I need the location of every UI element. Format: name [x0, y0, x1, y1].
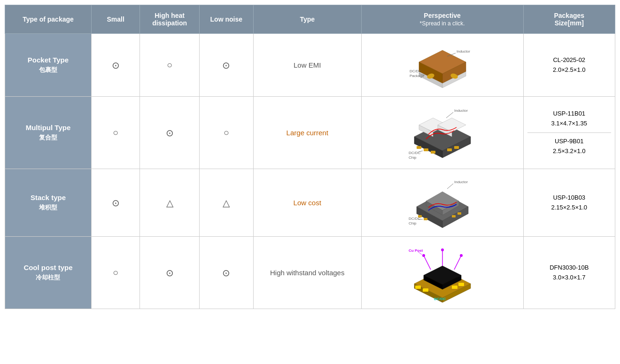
header-small: Small	[91, 5, 140, 34]
heat-icon: △	[166, 198, 173, 208]
svg-point-56	[460, 254, 463, 257]
type-desc-text: Low cost	[294, 199, 321, 207]
package-comparison-table: Type of package Small High heatdissipati…	[5, 5, 615, 309]
type-main-name: Stack type	[9, 194, 87, 201]
svg-rect-37	[424, 218, 427, 220]
package-sizes: CL-2025-022.0×2.5×1.0	[523, 34, 615, 97]
type-sub-name: 堆积型	[9, 203, 87, 212]
small-icon: ⊙	[112, 60, 120, 70]
type-sub-name: 包裹型	[9, 66, 87, 74]
small-symbol: ⊙	[91, 169, 140, 237]
package-sizes: USP-10B032.15×2.5×1.0	[523, 169, 615, 237]
heat-symbol: ⊙	[140, 237, 199, 309]
svg-rect-24	[454, 146, 459, 149]
header-packages-size: PackagesSize[mm]	[523, 5, 615, 34]
svg-text:Inductor: Inductor	[457, 49, 470, 54]
pkg-label: DFN3030-10B3.0×3.0×1.7	[527, 263, 611, 283]
type-description: Low EMI	[253, 34, 361, 97]
svg-rect-60	[458, 283, 464, 286]
header-type: Type	[253, 5, 361, 34]
svg-text:DC/DC: DC/DC	[409, 151, 421, 155]
svg-point-54	[422, 254, 425, 257]
svg-line-51	[424, 256, 431, 270]
pkg-label: USP-10B032.15×2.5×1.0	[527, 193, 611, 213]
small-symbol: ○	[91, 237, 140, 309]
svg-rect-22	[431, 151, 435, 154]
perspective-image[interactable]: Inductor DC/DC Package	[361, 34, 523, 97]
row-type-label-pocket-type: Pocket Type包裹型	[5, 34, 92, 97]
svg-text:Inductor: Inductor	[454, 180, 468, 184]
package-sizes: DFN3030-10B3.0×3.0×1.7	[523, 237, 615, 309]
type-main-name: Pocket Type	[9, 56, 87, 64]
svg-text:Cu Post: Cu Post	[409, 248, 423, 253]
svg-rect-58	[423, 288, 428, 292]
svg-rect-59	[452, 286, 457, 289]
type-main-name: Multipul Type	[9, 124, 87, 132]
type-description: High withstand voltages	[253, 237, 361, 309]
svg-text:DC/DC: DC/DC	[409, 217, 421, 221]
type-desc-text: Large current	[287, 129, 328, 137]
header-high-heat-dissipation: High heatdissipation	[140, 5, 199, 34]
heat-icon: ⊙	[166, 268, 174, 278]
small-icon: ⊙	[112, 198, 120, 208]
svg-rect-23	[447, 148, 452, 151]
svg-line-26	[446, 112, 453, 118]
row-type-label-multipul-type: Multipul Type复合型	[5, 97, 92, 169]
small-icon: ○	[113, 127, 118, 138]
svg-text:Chip: Chip	[409, 221, 417, 225]
noise-symbol: ⊙	[199, 237, 253, 309]
pkg-label: CL-2025-022.0×2.5×1.0	[527, 55, 611, 75]
noise-symbol: ⊙	[199, 34, 253, 97]
svg-rect-57	[415, 286, 421, 289]
header-low-noise: Low noise	[199, 5, 253, 34]
type-desc-text: High withstand voltages	[270, 269, 344, 277]
small-symbol: ⊙	[91, 34, 140, 97]
svg-text:Chip: Chip	[409, 155, 417, 160]
type-main-name: Cool post type	[9, 263, 87, 271]
heat-icon: ⊙	[166, 128, 174, 138]
svg-rect-21	[424, 148, 428, 151]
row-type-label-stack-type: Stack type堆积型	[5, 169, 92, 237]
noise-icon: △	[223, 198, 230, 208]
svg-rect-20	[417, 146, 421, 149]
row-type-label-cool-post-type: Cool post type冷却柱型	[5, 237, 92, 309]
svg-text:DC/DC: DC/DC	[434, 297, 446, 301]
svg-line-53	[454, 256, 461, 270]
svg-text:DC/DC: DC/DC	[410, 69, 422, 73]
header-perspective: Perspective*Spread in a click.	[361, 5, 523, 34]
noise-symbol: △	[199, 169, 253, 237]
type-description: Large current	[253, 97, 361, 169]
header-type-of-package: Type of package	[5, 5, 92, 34]
type-description: Low cost	[253, 169, 361, 237]
type-desc-text: Low EMI	[294, 61, 321, 69]
pkg-split: USP-11B013.1×4.7×1.35USP-9B012.5×3.2×1.0	[527, 105, 611, 160]
perspective-image[interactable]: Cu Post DC/DC	[361, 237, 523, 309]
perspective-image[interactable]: Inductor DC/DC Chip	[361, 169, 523, 237]
svg-rect-38	[452, 215, 456, 217]
small-icon: ○	[113, 267, 118, 278]
svg-text:Inductor: Inductor	[454, 108, 468, 113]
svg-line-41	[447, 184, 453, 189]
noise-symbol: ○	[199, 97, 253, 169]
small-symbol: ○	[91, 97, 140, 169]
type-sub-name: 冷却柱型	[9, 273, 87, 282]
package-sizes: USP-11B013.1×4.7×1.35USP-9B012.5×3.2×1.0	[523, 97, 615, 169]
perspective-image[interactable]: Inductor DC/DC Chip	[361, 97, 523, 169]
noise-icon: ○	[224, 127, 229, 138]
heat-symbol: ○	[140, 34, 199, 97]
heat-symbol: ⊙	[140, 97, 199, 169]
heat-icon: ○	[167, 60, 172, 70]
pkg-item: USP-9B012.5×3.2×1.0	[527, 133, 611, 160]
noise-icon: ⊙	[222, 268, 230, 278]
noise-icon: ⊙	[222, 60, 230, 70]
type-sub-name: 复合型	[9, 133, 87, 142]
heat-symbol: △	[140, 169, 199, 237]
pkg-item: USP-11B013.1×4.7×1.35	[527, 105, 611, 133]
svg-point-55	[441, 248, 444, 251]
svg-rect-39	[457, 212, 461, 215]
